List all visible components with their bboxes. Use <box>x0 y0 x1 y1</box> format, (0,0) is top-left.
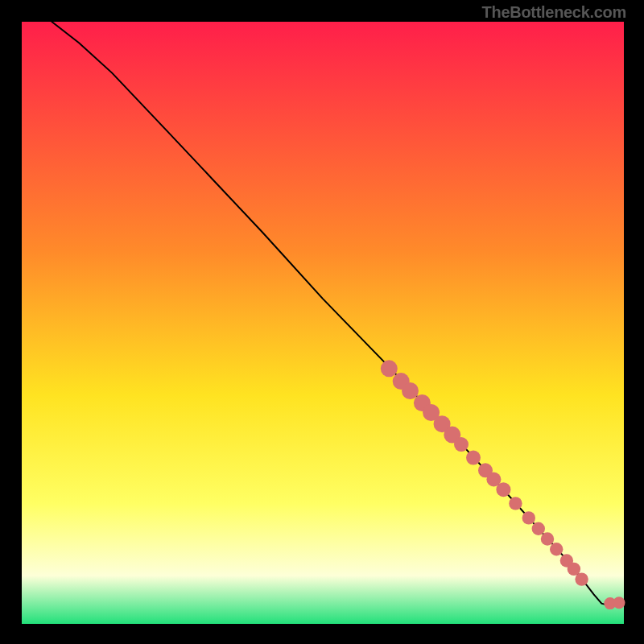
data-point <box>496 482 510 497</box>
attribution-text: TheBottleneck.com <box>482 3 626 22</box>
data-point <box>402 382 419 399</box>
data-point <box>550 543 563 555</box>
data-point <box>522 511 535 524</box>
plot-background <box>22 22 624 624</box>
data-point <box>509 497 522 510</box>
chart-root: { "attribution": "TheBottleneck.com", "c… <box>0 0 644 644</box>
data-point <box>454 437 469 452</box>
data-point <box>613 597 625 609</box>
chart-svg <box>0 0 644 644</box>
data-point <box>541 532 554 545</box>
data-point <box>381 360 398 377</box>
data-point <box>532 522 545 535</box>
data-point <box>575 572 588 585</box>
data-point <box>466 451 481 465</box>
